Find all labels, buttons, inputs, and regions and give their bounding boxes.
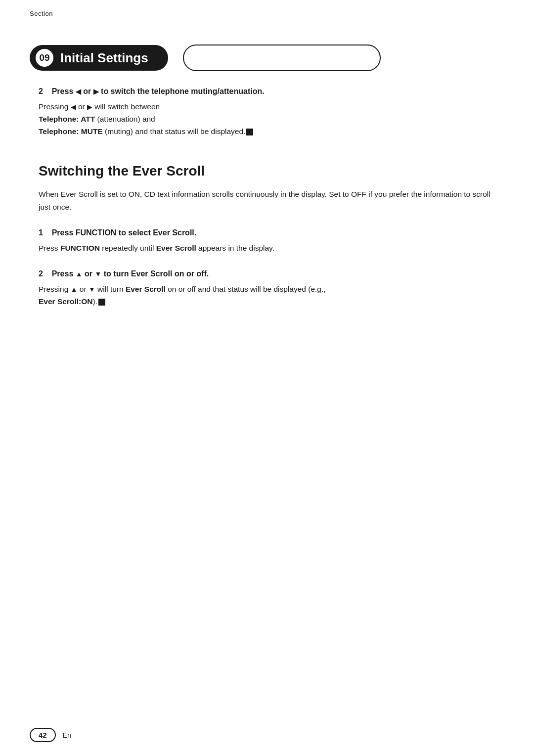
step2-telephone-body: Pressing or will switch between Telephon…	[39, 101, 495, 137]
arrow-down-icon	[94, 269, 101, 278]
step2-telephone-block: 2 Press or to switch the telephone mutin…	[39, 86, 495, 138]
ever-scroll-on-label: Ever Scroll:ON	[39, 297, 92, 306]
arrow-down-icon-2	[89, 285, 95, 293]
arrow-left-icon	[76, 87, 81, 95]
main-content: 2 Press or to switch the telephone mutin…	[0, 71, 534, 352]
section-label: Section	[30, 10, 53, 17]
arrow-up-icon-2	[71, 285, 78, 293]
step2-ever-scroll-body: Pressing or will turn Ever Scroll on or …	[39, 283, 495, 308]
square-icon-1	[246, 129, 253, 135]
header-right-box	[183, 44, 381, 71]
ever-scroll-label-2: Ever Scroll	[126, 285, 166, 293]
function-label-1: FUNCTION	[60, 244, 100, 252]
arrow-right-icon	[93, 87, 99, 95]
page: Section 09 Initial Settings 2 Press or t…	[0, 0, 534, 756]
step1-ever-scroll-heading: 1 Press FUNCTION to select Ever Scroll.	[39, 227, 495, 238]
arrow-up-icon	[76, 269, 83, 278]
step2-telephone-heading: 2 Press or to switch the telephone mutin…	[39, 86, 495, 97]
telephone-mute-label: Telephone: MUTE	[39, 127, 103, 135]
ever-scroll-label-1: Ever Scroll	[156, 244, 196, 252]
step2-ever-scroll-heading: 2 Press or to turn Ever Scroll on or off…	[39, 268, 495, 279]
telephone-att-label: Telephone: ATT	[39, 115, 95, 123]
step2-ever-scroll-block: 2 Press or to turn Ever Scroll on or off…	[39, 268, 495, 308]
arrow-right-icon-2	[87, 102, 92, 111]
section-badge: 09 Initial Settings	[30, 45, 168, 71]
footer: 42 En	[0, 728, 534, 742]
footer-language: En	[63, 731, 71, 739]
step1-ever-scroll-block: 1 Press FUNCTION to select Ever Scroll. …	[39, 227, 495, 255]
section-title: Initial Settings	[60, 50, 148, 66]
square-icon-2	[98, 299, 105, 306]
ever-scroll-intro: When Ever Scroll is set to ON, CD text i…	[39, 188, 495, 213]
ever-scroll-section-title: Switching the Ever Scroll	[39, 163, 495, 179]
arrow-left-icon-2	[71, 102, 76, 111]
page-number-badge: 42	[30, 728, 56, 742]
step1-ever-scroll-body: Press FUNCTION repeatedly until Ever Scr…	[39, 242, 495, 255]
section-number: 09	[36, 49, 53, 67]
